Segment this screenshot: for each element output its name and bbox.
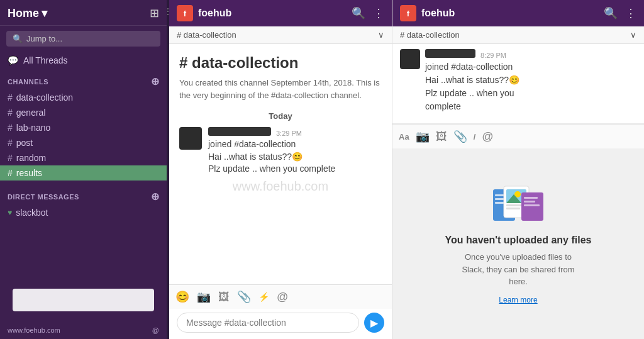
more-icon[interactable]: ⋮	[373, 6, 384, 20]
channel-item-results[interactable]: # results	[0, 165, 167, 181]
avatar-right	[400, 49, 420, 69]
more-icon-right[interactable]: ⋮	[625, 6, 636, 20]
files-header-icons: 🔍 ⋮	[604, 6, 636, 20]
sender-name-hidden	[208, 127, 271, 136]
channels-section: CHANNELS ⊕	[0, 69, 167, 90]
text-icon[interactable]: Aa	[399, 132, 409, 142]
svg-rect-10	[521, 192, 543, 221]
files-illustration	[490, 183, 547, 227]
jump-to-bar[interactable]: 🔍 Jump to...	[6, 31, 160, 47]
chat-body[interactable]: # data-collection You created this chann…	[169, 44, 392, 284]
message-line-2: Hai ..what is status??😊	[208, 151, 382, 164]
hash-icon: #	[8, 92, 13, 103]
channel-name: random	[16, 153, 46, 163]
at-icon-right[interactable]: @	[482, 130, 493, 143]
home-label: Home	[8, 7, 39, 20]
right-chat-body: 8:29 PM joined #data-collection Hai ..wh…	[392, 44, 644, 123]
svg-rect-11	[524, 197, 538, 199]
message-line-1: joined #data-collection	[208, 138, 382, 151]
channel-bar-label: # data-collection	[177, 30, 236, 40]
search-icon[interactable]: 🔍	[352, 6, 365, 20]
svg-rect-12	[524, 201, 535, 203]
channel-item-lab-nano[interactable]: # lab-nano	[0, 120, 167, 135]
channel-title: # data-collection	[179, 54, 382, 72]
channel-item-random[interactable]: # random	[0, 150, 167, 165]
at-icon[interactable]: @	[277, 291, 288, 304]
dm-item-slackbot[interactable]: ♥ slackbot	[0, 205, 167, 220]
channel-list: # data-collection # general # lab-nano #…	[0, 90, 167, 181]
channel-item-post[interactable]: # post	[0, 135, 167, 150]
files-channel-label: # data-collection	[400, 30, 460, 40]
search-icon-right[interactable]: 🔍	[604, 6, 618, 20]
message-content: 3:29 PM joined #data-collection Hai ..wh…	[208, 127, 382, 175]
chat-header-left: f foehub	[177, 5, 231, 21]
workspace-avatar-right: f	[400, 5, 416, 21]
dm-name: slackbot	[16, 208, 48, 218]
files-empty-desc: Once you've uploaded files to Slack, the…	[455, 251, 581, 288]
day-label: Today	[179, 111, 382, 121]
files-empty-title: You haven't uploaded any files	[445, 235, 592, 246]
attachment-icon[interactable]: 📎	[237, 290, 251, 304]
files-channel-bar: # data-collection ∨	[392, 26, 644, 44]
search-icon: 🔍	[13, 34, 23, 43]
right-sender-hidden	[425, 49, 475, 58]
channel-item-data-collection[interactable]: # data-collection	[0, 90, 167, 105]
message-time: 3:29 PM	[276, 130, 302, 137]
channel-name: results	[16, 168, 42, 178]
right-line-2: Hai ..what is status??😊	[425, 74, 519, 87]
chevron-down-icon[interactable]: ∨	[378, 30, 384, 40]
files-channel-name: # data-collection	[400, 30, 460, 40]
chat-input-row: ▶	[169, 309, 392, 339]
channel-name: data-collection	[16, 92, 73, 103]
chat-header-icons: 🔍 ⋮	[352, 6, 384, 20]
chat-input[interactable]	[177, 313, 359, 333]
svg-rect-9	[506, 208, 520, 209]
image-icon-right[interactable]: 🖼	[436, 130, 447, 143]
message-line-3: Plz update .. when you complete	[208, 163, 382, 175]
all-threads-item[interactable]: 💬 All Threads	[0, 52, 167, 69]
chat-workspace-name: foehub	[198, 8, 231, 19]
channel-item-general[interactable]: # general	[0, 105, 167, 120]
files-workspace-name: foehub	[421, 8, 455, 19]
grid-icon[interactable]: ⊞	[150, 6, 159, 20]
add-channel-icon[interactable]: ⊕	[151, 75, 160, 87]
sidebar-header: Home ▾ ⊞	[0, 0, 167, 26]
files-learn-more-link[interactable]: Learn more	[499, 296, 537, 304]
right-line-4: complete	[425, 100, 519, 113]
emoji-icon[interactable]: 😊	[175, 290, 189, 304]
channel-bar: # data-collection ∨	[169, 26, 392, 44]
right-toolbar: Aa 📷 🖼 📎 / @	[392, 124, 644, 148]
camera-icon-right[interactable]: 📷	[416, 130, 430, 143]
camera-icon[interactable]: 📷	[197, 290, 211, 304]
send-button[interactable]: ▶	[364, 313, 384, 333]
workspace-avatar: f	[177, 5, 193, 21]
files-panel: f foehub 🔍 ⋮ # data-collection ∨ 8:29 PM…	[392, 0, 644, 339]
add-dm-icon[interactable]: ⊕	[151, 191, 160, 203]
right-message-content: 8:29 PM joined #data-collection Hai ..wh…	[425, 49, 519, 113]
files-header: f foehub 🔍 ⋮	[392, 0, 644, 26]
avatar	[179, 127, 202, 150]
slash-icon[interactable]: ⚡	[258, 292, 269, 302]
svg-rect-13	[524, 204, 540, 206]
slash-icon-right[interactable]: /	[474, 132, 476, 142]
message-meta: 3:29 PM	[208, 127, 382, 137]
heart-icon: ♥	[8, 208, 12, 217]
footer-text: www.foehub.com	[8, 326, 60, 334]
channel-name: lab-nano	[16, 123, 51, 133]
channel-name: general	[16, 108, 46, 118]
home-title[interactable]: Home ▾	[8, 6, 47, 20]
sidebar-footer: @ www.foehub.com	[0, 321, 167, 339]
hash-icon: #	[8, 153, 13, 163]
dm-section: DIRECT MESSAGES ⊕	[0, 184, 167, 205]
right-line-3: Plz update .. when you	[425, 87, 519, 100]
image-icon[interactable]: 🖼	[218, 291, 230, 304]
attachment-icon-right[interactable]: 📎	[453, 130, 467, 143]
sidebar-input[interactable]	[13, 289, 154, 311]
jump-to-label: Jump to...	[26, 34, 62, 43]
chat-header: f foehub 🔍 ⋮	[169, 0, 392, 26]
channel-bar-name: # data-collection	[177, 30, 236, 40]
chevron-down-icon-right[interactable]: ∨	[630, 30, 636, 40]
hash-icon: #	[8, 108, 13, 118]
right-line-1: joined #data-collection	[425, 60, 519, 74]
files-empty-area: You haven't uploaded any files Once you'…	[392, 148, 644, 339]
